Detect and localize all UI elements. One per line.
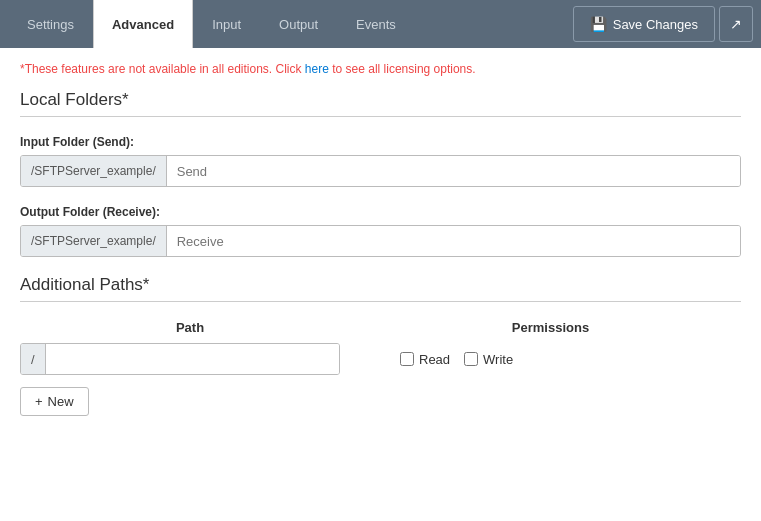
- tab-input[interactable]: Input: [193, 0, 260, 48]
- write-checkbox[interactable]: [464, 352, 478, 366]
- save-changes-button[interactable]: 💾 Save Changes: [573, 6, 715, 42]
- tab-bar: Settings Advanced Input Output Events 💾 …: [0, 0, 761, 48]
- tab-output[interactable]: Output: [260, 0, 337, 48]
- input-folder-label: Input Folder (Send):: [20, 135, 741, 149]
- permissions-column-header: Permissions: [360, 320, 741, 335]
- input-folder-field[interactable]: [167, 156, 740, 186]
- notice-text: *These features are not available in all…: [20, 62, 741, 76]
- input-folder-row: /SFTPServer_example/: [20, 155, 741, 187]
- additional-paths-section: Additional Paths* Path Permissions / Rea…: [20, 275, 741, 416]
- content-area: *These features are not available in all…: [0, 48, 761, 430]
- path-field[interactable]: [46, 344, 339, 374]
- output-folder-row: /SFTPServer_example/: [20, 225, 741, 257]
- write-checkbox-label[interactable]: Write: [464, 352, 513, 367]
- input-folder-prefix: /SFTPServer_example/: [21, 156, 167, 186]
- additional-paths-title: Additional Paths*: [20, 275, 741, 295]
- plus-icon: +: [35, 394, 43, 409]
- notice-link[interactable]: here: [305, 62, 329, 76]
- path-prefix: /: [21, 344, 46, 374]
- input-folder-group: Input Folder (Send): /SFTPServer_example…: [20, 135, 741, 187]
- path-input-group: /: [20, 343, 340, 375]
- local-folders-title: Local Folders*: [20, 90, 741, 110]
- permissions-group: Read Write: [400, 352, 513, 367]
- paths-column-headers: Path Permissions: [20, 320, 741, 335]
- output-folder-group: Output Folder (Receive): /SFTPServer_exa…: [20, 205, 741, 257]
- tab-settings[interactable]: Settings: [8, 0, 93, 48]
- path-row: / Read Write: [20, 343, 741, 375]
- additional-paths-divider: [20, 301, 741, 302]
- save-icon: 💾: [590, 16, 607, 32]
- new-button[interactable]: + New: [20, 387, 89, 416]
- tab-events[interactable]: Events: [337, 0, 415, 48]
- path-column-header: Path: [20, 320, 360, 335]
- read-checkbox[interactable]: [400, 352, 414, 366]
- new-button-label: New: [48, 394, 74, 409]
- external-link-button[interactable]: ↗: [719, 6, 753, 42]
- tab-advanced[interactable]: Advanced: [93, 0, 193, 48]
- output-folder-prefix: /SFTPServer_example/: [21, 226, 167, 256]
- local-folders-divider: [20, 116, 741, 117]
- output-folder-field[interactable]: [167, 226, 740, 256]
- read-checkbox-label[interactable]: Read: [400, 352, 450, 367]
- external-link-icon: ↗: [730, 16, 742, 32]
- output-folder-label: Output Folder (Receive):: [20, 205, 741, 219]
